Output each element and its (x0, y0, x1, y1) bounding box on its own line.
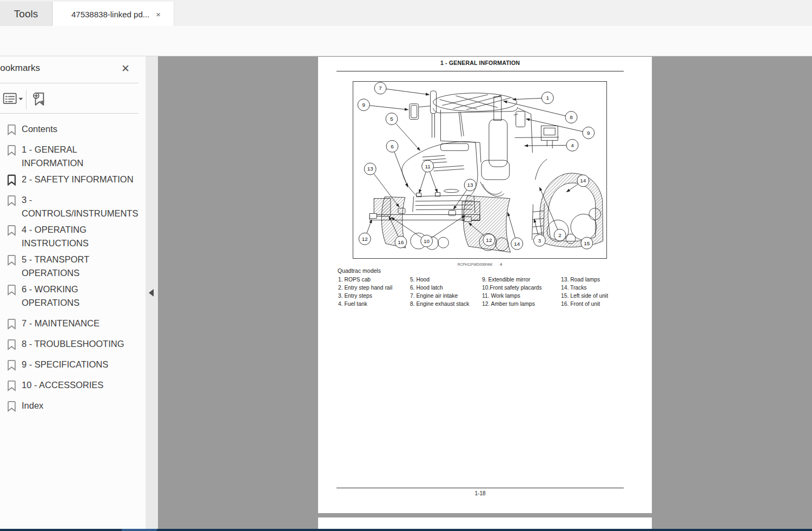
bookmark-icon (7, 401, 16, 412)
bookmark-icon (7, 380, 16, 391)
callout-leader-line (394, 152, 408, 187)
legend-column: 9. Extendible mirror10.Front safety plac… (482, 276, 542, 308)
callout-number: 4 (571, 142, 574, 148)
bookmarks-panel: Bookmarks ✕ Contents1 (0, 56, 146, 531)
figure-code-page: 4 (500, 262, 502, 267)
callout-number: 6 (391, 143, 394, 149)
tab-tools[interactable]: Tools (0, 2, 52, 26)
callout-number: 5 (390, 116, 393, 122)
os-taskbar-highlight (122, 529, 157, 531)
legend-item: 14. Tracks (561, 284, 608, 292)
bookmark-icon (7, 124, 16, 135)
bookmark-icon (7, 359, 16, 371)
callout-leader-line (508, 213, 516, 238)
header-rule (336, 71, 624, 71)
legend-item: 15. Left side of unit (561, 292, 608, 300)
callout-number: 7 (379, 85, 382, 91)
callout-number: 2 (558, 232, 562, 238)
legend-item: 7. Engine air intake (410, 292, 469, 300)
callout-number: 14 (514, 241, 520, 247)
footer-rule (336, 488, 624, 488)
callout-number: 12 (486, 237, 492, 243)
legend-item: 8. Engine exhaust stack (410, 300, 469, 308)
bookmark-item[interactable]: 9 - SPECIFICATIONS (0, 358, 146, 371)
callout-leader-line (504, 101, 566, 116)
bookmark-label: 5 - TRANSPORT OPERATIONS (22, 253, 138, 280)
bookmark-item[interactable]: 8 - TROUBLESHOOTING (0, 337, 146, 351)
legend-item: 12. Amber turn lamps (482, 300, 542, 308)
legend-column: 1. ROPS cab2. Entry step hand rail3. Ent… (338, 276, 392, 308)
callout-number: 8 (570, 114, 573, 120)
legend-item: 5. Hood (410, 276, 469, 284)
bookmark-label: 10 - ACCESSORIES (22, 378, 138, 392)
bookmark-icon (7, 284, 16, 296)
legend-column: 5. Hood6. Hood latch7. Engine air intake… (410, 276, 469, 308)
tractor-figure: 791895641113131412161012143215 (353, 81, 607, 259)
legend-item: 11. Work lamps (482, 292, 542, 300)
bookmark-item[interactable]: 4 - OPERATING INSTRUCTIONS (0, 223, 146, 250)
bookmark-icon (7, 145, 16, 156)
collapse-panel-icon[interactable] (149, 289, 154, 297)
callout-leader-line (367, 219, 372, 233)
bookmark-item[interactable]: 7 - MAINTENANCE (0, 317, 146, 330)
page-section-header: 1 - GENERAL INFORMATION (336, 60, 624, 66)
legend-item: 1. ROPS cab (338, 276, 392, 284)
bookmark-label: 2 - SAFETY INFORMATION (22, 173, 138, 186)
callout-number: 15 (584, 240, 590, 246)
bookmark-label: Contents (22, 122, 138, 136)
tab-document-label: 47538838-linked pd... (71, 10, 149, 19)
callout-number: 9 (362, 102, 366, 108)
callout-number: 11 (425, 163, 431, 169)
bookmark-label: 9 - SPECIFICATIONS (22, 358, 138, 371)
bookmark-icon (7, 174, 16, 186)
legend-column: 13. Road lamps14. Tracks15. Left side of… (561, 276, 608, 308)
tab-bar: Tools 47538838-linked pd... × (0, 0, 812, 26)
bookmarks-options-icon[interactable] (2, 91, 24, 107)
document-area[interactable]: 1 - GENERAL INFORMATION (158, 56, 812, 531)
tab-close-icon[interactable]: × (156, 10, 161, 18)
main-toolbar: 28 / 478 54.5% (0, 26, 812, 56)
bookmark-icon (7, 339, 16, 350)
bookmark-item[interactable]: 5 - TRANSPORT OPERATIONS (0, 253, 146, 280)
callout-leader-line (369, 106, 408, 110)
bookmark-item[interactable]: 3 - CONTROLS/INSTRUMENTS (0, 193, 146, 220)
bookmarks-list: Contents1 - GENERAL INFORMATION2 - SAFET… (0, 118, 146, 419)
bookmark-label: 4 - OPERATING INSTRUCTIONS (22, 223, 138, 250)
legend-item: 3. Entry steps (338, 292, 392, 300)
bookmark-icon (7, 318, 16, 330)
figure-caption: Quadtrac models (338, 267, 381, 274)
bookmark-item[interactable]: 10 - ACCESSORIES (0, 378, 146, 392)
legend-item: 13. Road lamps (561, 276, 608, 284)
bookmark-icon (7, 254, 16, 266)
bookmark-label: 1 - GENERAL INFORMATION (22, 143, 138, 170)
tab-tools-label: Tools (14, 8, 38, 20)
bookmark-item[interactable]: 2 - SAFETY INFORMATION (0, 173, 146, 186)
find-current-bookmark-icon[interactable] (31, 90, 48, 108)
bookmark-icon (7, 195, 16, 206)
bookmark-item[interactable]: Contents (0, 122, 146, 136)
legend-item: 16. Front of unit (561, 300, 608, 308)
bookmark-label: 7 - MAINTENANCE (22, 317, 138, 330)
callout-number: 13 (467, 182, 474, 188)
figure-reference-code: RCPH11FWD006FAM4 (353, 262, 607, 267)
divider (0, 83, 138, 83)
bookmark-label: 3 - CONTROLS/INSTRUMENTS (22, 193, 138, 220)
bookmark-item[interactable]: 6 - WORKING OPERATIONS (0, 283, 146, 310)
callout-leader-line (419, 172, 426, 193)
pdf-page: 1 - GENERAL INFORMATION (318, 57, 652, 513)
bookmarks-close-icon[interactable]: ✕ (121, 62, 130, 75)
callout-leader-line (386, 89, 430, 94)
legend-item: 10.Front safety placards (482, 284, 542, 292)
legend-item: 2. Entry step hand rail (338, 284, 392, 292)
bookmark-item[interactable]: 1 - GENERAL INFORMATION (0, 143, 146, 170)
page-number-footer: 1-18 (336, 490, 624, 496)
figure-code-text: RCPH11FWD006FAM (458, 263, 492, 266)
bookmark-label: Index (22, 399, 138, 412)
tab-document[interactable]: 47538838-linked pd... × (53, 2, 174, 27)
callout-number: 3 (538, 238, 542, 244)
callout-number: 9 (587, 130, 590, 136)
bookmark-label: 6 - WORKING OPERATIONS (22, 283, 138, 310)
legend-item: 4. Fuel tank (338, 300, 392, 308)
bookmark-item[interactable]: Index (0, 399, 146, 412)
callout-number: 14 (580, 178, 586, 183)
